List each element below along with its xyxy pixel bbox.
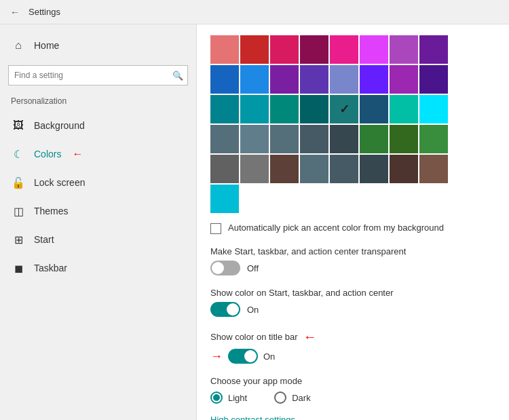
lockscreen-icon: 🔓: [11, 175, 26, 190]
section-label: Personalization: [0, 94, 196, 111]
transparent-toggle-container: Off: [210, 261, 495, 275]
transparent-toggle-row: Make Start, taskbar, and action center t…: [210, 246, 495, 275]
color-cell[interactable]: ✓: [360, 65, 388, 94]
show-color-start-row: Show color on Start, taskbar, and action…: [210, 288, 495, 317]
show-color-start-container: On: [210, 302, 495, 317]
sidebar-item-colors-label: Colors: [34, 149, 61, 159]
radio-row: Light Dark: [210, 392, 495, 404]
radio-dark[interactable]: Dark: [274, 392, 310, 404]
transparent-toggle-value: Off: [247, 263, 259, 273]
color-cell[interactable]: ✓: [390, 95, 418, 123]
color-cell-single[interactable]: ✓: [210, 185, 239, 213]
transparent-toggle[interactable]: [210, 261, 240, 275]
color-cell[interactable]: ✓: [210, 155, 239, 183]
auto-pick-label: Automatically pick an accent color from …: [228, 223, 444, 233]
color-cell[interactable]: ✓: [300, 155, 328, 183]
show-color-titlebar-value: On: [263, 351, 275, 362]
sidebar-item-taskbar[interactable]: ◼ Taskbar: [0, 254, 196, 282]
search-box[interactable]: 🔍: [8, 65, 188, 85]
show-color-titlebar-label: Show color on title bar: [210, 332, 298, 342]
color-cell[interactable]: ✓: [210, 95, 239, 123]
sidebar-item-start[interactable]: ⊞ Start: [0, 225, 196, 254]
arrow-title-bar: [303, 329, 317, 345]
content-area: ✓ ✓ ✓ ✓ ✓ ✓ ✓ ✓ ✓ ✓ ✓ ✓ ✓ ✓ ✓ ✓ ✓ ✓ ✓ ✓ …: [197, 24, 509, 420]
auto-pick-row: Automatically pick an accent color from …: [210, 223, 495, 234]
color-cell[interactable]: ✓: [360, 125, 388, 153]
color-cell[interactable]: ✓: [419, 155, 448, 183]
toggle-knob: [212, 262, 224, 274]
color-cell[interactable]: ✓: [360, 155, 388, 183]
back-button[interactable]: ←: [7, 4, 23, 20]
color-cell[interactable]: ✓: [360, 35, 388, 64]
sidebar-item-themes-label: Themes: [34, 206, 69, 216]
color-cell[interactable]: ✓: [210, 125, 239, 153]
sidebar-item-background[interactable]: 🖼 Background: [0, 111, 196, 140]
color-cell[interactable]: ✓: [270, 125, 299, 153]
themes-icon: ◫: [11, 204, 26, 218]
color-cell[interactable]: ✓: [419, 65, 448, 94]
transparent-label: Make Start, taskbar, and action center t…: [210, 246, 495, 256]
search-icon[interactable]: 🔍: [168, 66, 187, 85]
high-contrast-link[interactable]: High contrast settings: [210, 415, 295, 420]
color-cell[interactable]: ✓: [240, 35, 269, 64]
sidebar-item-colors[interactable]: ☾ Colors ←: [0, 140, 196, 168]
color-cell[interactable]: ✓: [390, 65, 418, 94]
radio-light-label: Light: [228, 393, 247, 403]
radio-light[interactable]: Light: [210, 392, 247, 404]
color-cell[interactable]: ✓: [330, 65, 358, 94]
show-color-titlebar-container: → On: [210, 349, 495, 364]
main-layout: ⌂ Home 🔍 Personalization 🖼 Background ☾ …: [0, 24, 509, 420]
color-cell[interactable]: ✓: [300, 35, 328, 64]
color-cell-selected[interactable]: ✓: [330, 95, 358, 123]
color-cell[interactable]: ✓: [330, 35, 358, 64]
color-cell[interactable]: ✓: [240, 95, 269, 123]
show-color-start-label: Show color on Start, taskbar, and action…: [210, 288, 495, 298]
home-icon: ⌂: [11, 38, 26, 53]
background-icon: 🖼: [11, 118, 26, 133]
color-cell[interactable]: ✓: [330, 155, 358, 183]
color-cell[interactable]: ✓: [240, 65, 269, 94]
sidebar-item-lockscreen-label: Lock screen: [34, 177, 85, 188]
sidebar-item-themes[interactable]: ◫ Themes: [0, 197, 196, 225]
color-cell[interactable]: ✓: [419, 125, 448, 153]
show-color-start-toggle[interactable]: [210, 302, 240, 317]
color-cell[interactable]: ✓: [390, 155, 418, 183]
show-color-titlebar-row: Show color on title bar → On: [210, 329, 495, 364]
start-icon: ⊞: [11, 232, 26, 247]
toggle-knob: [227, 303, 239, 316]
colors-icon: ☾: [11, 147, 26, 161]
window-title: Settings: [29, 7, 60, 17]
color-cell[interactable]: ✓: [210, 35, 239, 64]
sidebar: ⌂ Home 🔍 Personalization 🖼 Background ☾ …: [0, 24, 197, 420]
color-cell[interactable]: ✓: [300, 65, 328, 94]
color-cell[interactable]: ✓: [270, 35, 299, 64]
color-cell[interactable]: ✓: [210, 65, 239, 94]
color-cell[interactable]: ✓: [300, 125, 328, 153]
auto-pick-checkbox[interactable]: [210, 223, 221, 234]
color-cell[interactable]: ✓: [360, 95, 388, 123]
arrow-toggle: →: [210, 349, 223, 364]
show-color-titlebar-toggle[interactable]: [228, 349, 258, 364]
show-color-start-value: On: [247, 305, 259, 315]
color-cell[interactable]: ✓: [390, 35, 418, 64]
color-cell[interactable]: ✓: [240, 155, 269, 183]
radio-light-circle[interactable]: [210, 392, 223, 404]
color-cell[interactable]: ✓: [240, 125, 269, 153]
color-cell[interactable]: ✓: [270, 95, 299, 123]
title-bar: ← Settings: [0, 0, 509, 24]
color-cell[interactable]: ✓: [419, 95, 448, 123]
color-cell[interactable]: ✓: [330, 125, 358, 153]
app-mode-label: Choose your app mode: [210, 376, 495, 386]
sidebar-item-lockscreen[interactable]: 🔓 Lock screen: [0, 168, 196, 197]
sidebar-item-home[interactable]: ⌂ Home: [0, 31, 196, 60]
color-cell[interactable]: ✓: [300, 95, 328, 123]
color-cell[interactable]: ✓: [270, 155, 299, 183]
color-cell[interactable]: ✓: [419, 35, 448, 64]
toggle-knob: [244, 350, 257, 362]
app-mode-section: Choose your app mode Light Dark: [210, 376, 495, 404]
radio-dark-circle[interactable]: [274, 392, 286, 404]
color-cell[interactable]: ✓: [270, 65, 299, 94]
color-cell[interactable]: ✓: [390, 125, 418, 153]
arrow-indicator: ←: [72, 148, 83, 160]
search-input[interactable]: [9, 71, 168, 80]
